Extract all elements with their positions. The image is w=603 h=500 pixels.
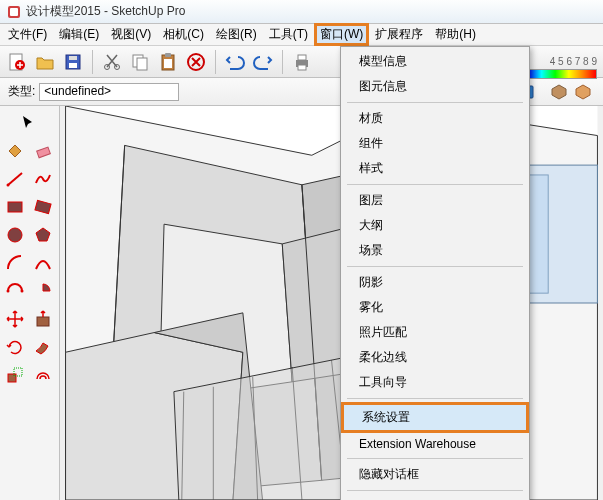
- type-field[interactable]: <undefined>: [39, 83, 179, 101]
- menu-camera[interactable]: 相机(C): [157, 24, 210, 45]
- color-scale-labels: 4 5 6 7 8 9: [550, 56, 597, 67]
- delete-button[interactable]: [183, 49, 209, 75]
- menu-separator: [347, 458, 523, 459]
- paint-icon[interactable]: [572, 81, 594, 103]
- menu-layers[interactable]: 图层: [341, 188, 529, 213]
- svg-rect-17: [298, 65, 306, 70]
- menu-view[interactable]: 视图(V): [105, 24, 157, 45]
- rotate-tool[interactable]: [2, 334, 28, 360]
- toolbar-separator: [92, 50, 93, 74]
- svg-point-20: [7, 184, 10, 187]
- arc-tool[interactable]: [2, 250, 28, 276]
- menu-separator: [347, 490, 523, 491]
- svg-point-23: [8, 228, 22, 242]
- cut-button[interactable]: [99, 49, 125, 75]
- svg-rect-5: [69, 63, 77, 68]
- svg-point-25: [21, 290, 24, 293]
- svg-rect-19: [37, 147, 51, 158]
- paint-bucket-tool[interactable]: [2, 138, 28, 164]
- menu-materials[interactable]: 材质: [341, 106, 529, 131]
- arc3-tool[interactable]: [2, 278, 28, 304]
- color-scale: 4 5 6 7 8 9: [527, 56, 597, 79]
- menu-scenes[interactable]: 场景: [341, 238, 529, 263]
- copy-button[interactable]: [127, 49, 153, 75]
- menu-entity-info[interactable]: 图元信息: [341, 74, 529, 99]
- color-scale-bar: [527, 69, 597, 79]
- followme-tool[interactable]: [30, 334, 56, 360]
- menu-preferences[interactable]: 系统设置: [344, 405, 526, 430]
- svg-rect-16: [298, 55, 306, 60]
- menu-help[interactable]: 帮助(H): [429, 24, 482, 45]
- window-title: 设计模型2015 - SketchUp Pro: [26, 3, 185, 20]
- move-tool[interactable]: [2, 306, 28, 332]
- menu-file[interactable]: 文件(F): [2, 24, 53, 45]
- line-tool[interactable]: [2, 166, 28, 192]
- menu-bar: 文件(F) 编辑(E) 视图(V) 相机(C) 绘图(R) 工具(T) 窗口(W…: [0, 24, 603, 46]
- menu-outliner[interactable]: 大纲: [341, 213, 529, 238]
- menu-separator: [347, 266, 523, 267]
- eraser-tool[interactable]: [30, 138, 56, 164]
- svg-rect-12: [165, 53, 171, 57]
- svg-rect-1: [10, 8, 18, 16]
- svg-rect-26: [37, 317, 49, 326]
- print-button[interactable]: [289, 49, 315, 75]
- offset-tool[interactable]: [30, 362, 56, 388]
- svg-rect-10: [137, 58, 147, 70]
- menu-extensions[interactable]: 扩展程序: [369, 24, 429, 45]
- circle-tool[interactable]: [2, 222, 28, 248]
- menu-window[interactable]: 窗口(W): [314, 23, 369, 46]
- menu-separator: [347, 184, 523, 185]
- redo-button[interactable]: [250, 49, 276, 75]
- menu-instructor[interactable]: 工具向导: [341, 370, 529, 395]
- svg-rect-40: [519, 165, 598, 303]
- arc2-tool[interactable]: [30, 250, 56, 276]
- title-bar: 设计模型2015 - SketchUp Pro: [0, 0, 603, 24]
- open-file-button[interactable]: [32, 49, 58, 75]
- paste-button[interactable]: [155, 49, 181, 75]
- scale-tool[interactable]: [2, 362, 28, 388]
- polygon-tool[interactable]: [30, 222, 56, 248]
- menu-extension-warehouse[interactable]: Extension Warehouse: [341, 433, 529, 455]
- menu-separator: [347, 398, 523, 399]
- svg-rect-6: [69, 56, 77, 60]
- menu-draw[interactable]: 绘图(R): [210, 24, 263, 45]
- pie-tool[interactable]: [30, 278, 56, 304]
- window-menu-dropdown: 模型信息 图元信息 材质 组件 样式 图层 大纲 场景 阴影 雾化 照片匹配 柔…: [340, 46, 530, 500]
- menu-components[interactable]: 组件: [341, 131, 529, 156]
- type-label: 类型:: [8, 83, 35, 100]
- toolbar-separator: [282, 50, 283, 74]
- component-icon[interactable]: [548, 81, 570, 103]
- menu-separator: [347, 102, 523, 103]
- menu-tools[interactable]: 工具(T): [263, 24, 314, 45]
- freehand-tool[interactable]: [30, 166, 56, 192]
- toolbar-separator: [215, 50, 216, 74]
- rectangle-tool[interactable]: [2, 194, 28, 220]
- undo-button[interactable]: [222, 49, 248, 75]
- menu-ruby-console[interactable]: Ruby 控制台: [341, 494, 529, 500]
- menu-fog[interactable]: 雾化: [341, 295, 529, 320]
- svg-rect-22: [35, 200, 51, 213]
- svg-rect-27: [8, 374, 16, 382]
- menu-match-photo[interactable]: 照片匹配: [341, 320, 529, 345]
- svg-rect-13: [164, 59, 172, 68]
- rotated-rect-tool[interactable]: [30, 194, 56, 220]
- tool-palette: [0, 106, 60, 500]
- svg-rect-21: [8, 202, 22, 212]
- pushpull-tool[interactable]: [30, 306, 56, 332]
- menu-styles[interactable]: 样式: [341, 156, 529, 181]
- menu-soften-edges[interactable]: 柔化边线: [341, 345, 529, 370]
- new-file-button[interactable]: [4, 49, 30, 75]
- svg-point-24: [7, 290, 10, 293]
- select-tool[interactable]: [2, 110, 56, 136]
- menu-hide-dialogs[interactable]: 隐藏对话框: [341, 462, 529, 487]
- menu-shadows[interactable]: 阴影: [341, 270, 529, 295]
- app-icon: [6, 4, 22, 20]
- save-button[interactable]: [60, 49, 86, 75]
- menu-edit[interactable]: 编辑(E): [53, 24, 105, 45]
- menu-model-info[interactable]: 模型信息: [341, 49, 529, 74]
